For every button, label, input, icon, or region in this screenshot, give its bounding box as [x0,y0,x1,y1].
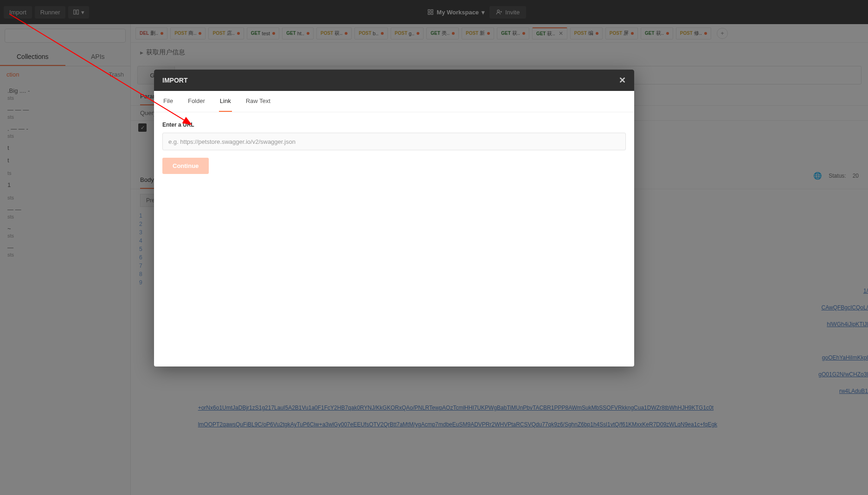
import-tab-file[interactable]: File [162,91,174,112]
import-tab-folder[interactable]: Folder [187,91,206,112]
import-tab-raw[interactable]: Raw Text [245,91,271,112]
url-label: Enter a URL [162,122,626,128]
close-icon[interactable]: ✕ [619,75,626,85]
continue-button[interactable]: Continue [162,158,209,174]
import-modal: IMPORT ✕ File Folder Link Raw Text Enter… [154,70,634,366]
modal-header: IMPORT ✕ [154,70,634,91]
modal-title: IMPORT [162,77,187,84]
import-url-input[interactable] [162,133,626,150]
import-tab-link[interactable]: Link [219,91,232,112]
import-tabs: File Folder Link Raw Text [154,91,634,112]
